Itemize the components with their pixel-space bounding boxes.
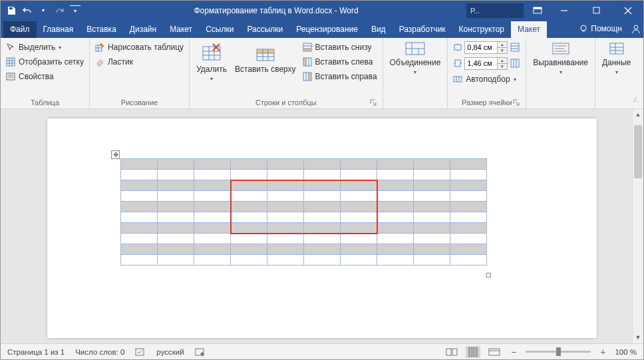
collapse-ribbon-icon[interactable]: ㄥ [633, 95, 639, 104]
status-bar: Страница 1 из 1 Число слов: 0 русский − … [1, 343, 643, 359]
insert-right-button[interactable]: Вставить справа [301, 69, 379, 84]
group-size-label: Размер ячейки [452, 97, 522, 108]
tab-dev[interactable]: Разработчик [393, 21, 452, 38]
svg-rect-77 [489, 349, 500, 355]
select-button[interactable]: Выделить▾ [5, 40, 85, 55]
group-data-label [599, 97, 633, 108]
save-icon[interactable] [6, 5, 17, 16]
eraser-label: Ластик [108, 57, 133, 67]
svg-rect-42 [309, 73, 311, 81]
redo-icon[interactable] [54, 5, 65, 16]
col-width-input[interactable]: ▴▾ [464, 57, 508, 71]
group-align-label [530, 97, 591, 108]
scroll-thumb[interactable] [634, 125, 642, 178]
properties-button[interactable]: Свойства [5, 69, 85, 84]
svg-rect-64 [610, 43, 623, 54]
read-mode-icon[interactable] [444, 346, 459, 358]
document-scroll[interactable]: ✥ [1, 109, 632, 343]
tab-mail[interactable]: Рассылки [240, 21, 289, 38]
tab-review[interactable]: Рецензирование [289, 21, 365, 38]
delete-label: Удалить [196, 65, 227, 74]
svg-point-6 [581, 25, 586, 31]
maximize-button[interactable] [581, 1, 611, 20]
status-page[interactable]: Страница 1 из 1 [7, 348, 65, 356]
macro-record-icon[interactable] [195, 347, 206, 357]
svg-rect-54 [511, 59, 519, 67]
group-merge: Объединение▾ [383, 38, 448, 108]
undo-icon[interactable] [22, 5, 33, 16]
insert-left-label: Вставить слева [315, 57, 373, 67]
zoom-out-button[interactable]: − [508, 347, 519, 357]
table-resize-handle[interactable] [486, 273, 491, 277]
svg-rect-68 [136, 349, 144, 355]
group-merge-label [387, 97, 444, 108]
insert-below-button[interactable]: Вставить снизу [301, 40, 379, 55]
zoom-value[interactable]: 100 % [615, 348, 637, 356]
svg-rect-34 [303, 49, 311, 51]
autofit-label: Автоподбор [466, 75, 510, 84]
row-height-icon [453, 43, 462, 52]
close-button[interactable] [613, 1, 643, 20]
dialog-launcher-icon[interactable] [512, 98, 520, 106]
spellcheck-icon[interactable] [135, 347, 146, 357]
group-rc-label: Строки и столбцы [194, 97, 378, 108]
tab-layout[interactable]: Макет [163, 21, 199, 38]
tab-construct[interactable]: Конструктор [452, 21, 511, 38]
properties-label: Свойства [19, 72, 54, 81]
qat-customize-caret[interactable]: ▾ [70, 5, 80, 16]
draw-table-button[interactable]: Нарисовать таблицу [94, 40, 185, 55]
zoom-slider[interactable] [526, 351, 591, 353]
ribbon: Выделить▾ Отобразить сетку Свойства Табл… [1, 38, 643, 109]
svg-point-8 [634, 25, 638, 29]
insert-above-button[interactable]: Вставить сверху [232, 40, 299, 97]
group-rows-cols: Удалить▾ Вставить сверху Вставить снизу … [190, 38, 383, 108]
table-move-handle[interactable]: ✥ [111, 150, 120, 159]
svg-rect-72 [452, 349, 457, 355]
vertical-scrollbar[interactable]: ▲ ▼ [632, 109, 643, 343]
merge-button[interactable]: Объединение▾ [387, 40, 444, 97]
tab-insert[interactable]: Вставка [80, 21, 123, 38]
print-layout-icon[interactable] [466, 346, 480, 358]
svg-rect-71 [446, 349, 451, 355]
distribute-cols-icon[interactable] [510, 58, 520, 69]
ribbon-display-button[interactable] [528, 1, 548, 20]
tab-home[interactable]: Главная [37, 21, 80, 38]
eraser-button[interactable]: Ластик [94, 55, 185, 69]
tab-table-layout[interactable]: Макет [511, 21, 547, 38]
minimize-button[interactable] [549, 1, 579, 20]
help-tell-me[interactable]: Помощн [572, 21, 629, 37]
user-badge[interactable]: Р... [466, 3, 524, 18]
dialog-launcher-icon[interactable] [369, 98, 377, 106]
row-height-input[interactable]: ▴▾ [464, 41, 508, 55]
data-icon [608, 41, 625, 56]
draw-table-label: Нарисовать таблицу [108, 43, 184, 52]
group-cell-size: ▴▾ ▴▾ Автоподбор▾ Размер ячейки [448, 38, 526, 108]
zoom-in-button[interactable]: + [597, 347, 608, 357]
svg-rect-28 [257, 49, 274, 53]
tab-file[interactable]: Файл [3, 21, 37, 38]
svg-rect-1 [534, 7, 542, 9]
tab-view[interactable]: Вид [365, 21, 393, 38]
share-button[interactable] [629, 20, 643, 38]
web-layout-icon[interactable] [487, 346, 502, 358]
word-table[interactable] [120, 158, 487, 266]
scroll-down-icon[interactable]: ▼ [633, 332, 643, 343]
tab-design[interactable]: Дизайн [123, 21, 163, 38]
status-words[interactable]: Число слов: 0 [75, 348, 124, 356]
data-button[interactable]: Данные▾ [599, 40, 633, 97]
svg-rect-3 [593, 7, 599, 13]
page[interactable]: ✥ [47, 118, 597, 338]
scroll-up-icon[interactable]: ▲ [633, 109, 643, 120]
svg-rect-50 [511, 43, 519, 51]
tab-refs[interactable]: Ссылки [199, 21, 240, 38]
merge-label: Объединение [390, 58, 441, 67]
status-lang[interactable]: русский [156, 348, 184, 356]
insert-above-label: Вставить сверху [235, 65, 296, 74]
show-grid-button[interactable]: Отобразить сетку [5, 55, 85, 69]
autofit-button[interactable]: Автоподбор▾ [452, 72, 522, 87]
undo-menu-caret[interactable]: ▾ [38, 5, 49, 16]
insert-left-button[interactable]: Вставить слева [301, 55, 379, 69]
distribute-rows-icon[interactable] [510, 42, 520, 53]
align-button[interactable]: Выравнивание▾ [530, 40, 591, 97]
delete-button[interactable]: Удалить▾ [194, 40, 230, 97]
